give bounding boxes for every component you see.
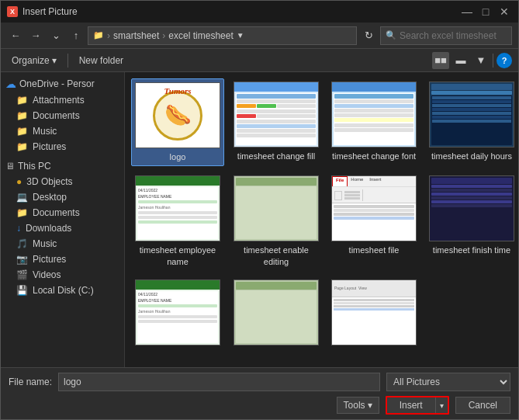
forward-button[interactable]: → — [27, 27, 44, 44]
sidebar-item-local-disk[interactable]: 💾 Local Disk (C:) — [1, 283, 124, 298]
file-item-bottom2[interactable] — [230, 276, 322, 352]
new-folder-button[interactable]: New folder — [74, 54, 128, 68]
logo-thumbnail: Tumors 🌭 — [135, 82, 220, 148]
bottom1-thumbnail: 04/11/2022 EMPLOYEE NAME Jameson Houliha… — [135, 279, 220, 345]
sidebar-item-attachments[interactable]: 📁 Attachments — [1, 92, 124, 108]
minimize-button[interactable]: — — [459, 4, 475, 19]
downloads-icon: ↓ — [16, 223, 21, 234]
title-bar-left: X Insert Picture — [7, 6, 78, 17]
file-item-ts-daily[interactable]: timesheet daily hours — [426, 78, 517, 166]
file-item-ts-file[interactable]: File Home Insert — [328, 172, 420, 270]
ts-body — [236, 93, 317, 145]
attachments-label: Attachments — [33, 95, 85, 106]
maximize-button[interactable]: □ — [478, 4, 493, 19]
b1-ename: EMPLOYEE NAME — [138, 298, 217, 303]
music-icon: 🎵 — [16, 238, 28, 249]
cancel-button[interactable]: Cancel — [455, 397, 510, 414]
fp-icon — [344, 197, 360, 200]
new-folder-label: New folder — [79, 55, 123, 66]
dialog-title: Insert Picture — [22, 6, 78, 17]
onedrive-section: ☁ OneDrive - Persor 📁 Attachments 📁 Docu… — [1, 75, 124, 154]
sidebar-item-documents-od[interactable]: 📁 Documents — [1, 108, 124, 123]
ts-emp-name-text: EMPLOYEE NAME — [138, 194, 217, 199]
ts-header-font — [334, 94, 413, 99]
back-button[interactable]: ← — [7, 27, 24, 44]
sidebar-item-music[interactable]: 🎵 Music — [1, 236, 124, 252]
view-dropdown-button[interactable]: ▼ — [472, 52, 490, 69]
sidebar-item-downloads[interactable]: ↓ Downloads — [1, 220, 124, 236]
breadcrumb-smartsheet[interactable]: smartsheet — [113, 30, 159, 41]
b3-view-label: View — [358, 286, 367, 290]
refresh-button[interactable]: ↻ — [360, 27, 377, 44]
cut-icon — [344, 191, 360, 193]
up-button[interactable]: ↑ — [67, 27, 85, 44]
ts-header-row — [237, 94, 316, 99]
address-bar: ← → ⌄ ↑ 📁 › smartsheet › excel timesheet… — [1, 23, 518, 49]
file-item-ts-change-fill[interactable]: timesheet change fill — [230, 78, 322, 166]
ts-daily-r6 — [432, 116, 511, 119]
ts-emp-r3 — [138, 216, 217, 219]
sidebar-item-desktop[interactable]: 💻 Desktop — [1, 189, 124, 205]
filename-input[interactable] — [58, 373, 380, 391]
sidebar: ☁ OneDrive - Persor 📁 Attachments 📁 Docu… — [1, 72, 125, 367]
ts-daily-h2 — [431, 91, 512, 95]
insert-dropdown-button[interactable]: ▾ — [436, 397, 448, 413]
folder-icon: 📁 — [16, 110, 28, 121]
b1-r1 — [138, 304, 217, 307]
insert-main-button[interactable]: Insert — [387, 397, 436, 413]
thispc-section: 🖥 This PC ● 3D Objects 💻 Desktop 📁 Docum… — [1, 156, 124, 298]
documents-od-label: Documents — [33, 110, 80, 121]
file-item-ts-change-font[interactable]: timesheet change font — [328, 78, 420, 166]
ts-row3 — [237, 120, 316, 123]
ribbon-insert-tab: Insert — [366, 176, 384, 186]
disk-icon: 💾 — [16, 285, 28, 296]
ts-file-label: timesheet file — [349, 245, 400, 255]
close-button[interactable]: ✕ — [497, 4, 512, 19]
thispc-label[interactable]: This PC — [18, 161, 51, 172]
local-disk-label: Local Disk (C:) — [33, 285, 94, 296]
ts-change-fill-label: timesheet change fill — [237, 151, 315, 161]
file-item-ts-enable[interactable]: timesheet enable editing — [230, 172, 322, 270]
b1-top — [136, 280, 220, 290]
music-od-label: Music — [33, 126, 57, 137]
sidebar-item-music-od[interactable]: 📁 Music — [1, 123, 124, 139]
onedrive-label[interactable]: OneDrive - Persor — [19, 78, 95, 89]
b3-r3 — [334, 305, 414, 307]
sidebar-item-pictures-od[interactable]: 📁 Pictures — [1, 139, 124, 154]
ts-daily-r3 — [432, 104, 511, 107]
folder-icon: 📁 — [16, 141, 28, 152]
tools-button[interactable]: Tools ▾ — [337, 397, 379, 414]
sidebar-item-3d-objects[interactable]: ● 3D Objects — [1, 174, 124, 189]
file-item-logo[interactable]: Tumors 🌭 logo — [131, 78, 224, 166]
sidebar-item-pictures[interactable]: 📷 Pictures — [1, 252, 124, 267]
recent-button[interactable]: ⌄ — [47, 27, 64, 44]
help-button[interactable]: ? — [497, 53, 512, 68]
view-large-icons-button[interactable]: ■■ — [432, 52, 449, 69]
ts-cell-gray2 — [257, 114, 316, 118]
documents-label: Documents — [33, 207, 80, 218]
view-details-button[interactable]: ▬ — [452, 52, 469, 69]
videos-icon: 🎬 — [16, 269, 28, 280]
ts-daily-r7 — [432, 120, 511, 123]
breadcrumb-excel-timesheet[interactable]: excel timesheet — [168, 30, 233, 41]
file-item-ts-finish[interactable]: timesheet finish time — [426, 172, 517, 270]
breadcrumb-sep1: › — [107, 30, 110, 41]
buttons-row: Tools ▾ Insert ▾ Cancel — [9, 396, 510, 415]
b1-sub: Jameson Houlihan — [138, 309, 217, 314]
file-item-bottom3[interactable]: Page Layout View — [328, 276, 420, 352]
sidebar-item-videos[interactable]: 🎬 Videos — [1, 267, 124, 283]
organize-button[interactable]: Organize ▾ — [7, 54, 61, 68]
folder-icon: 📁 — [16, 126, 28, 137]
breadcrumb[interactable]: 📁 › smartsheet › excel timesheet ▼ — [88, 26, 357, 45]
desktop-label: Desktop — [33, 192, 67, 203]
breadcrumb-dropdown-button[interactable]: ▼ — [237, 31, 244, 40]
file-item-ts-emp[interactable]: 04/11/2022 EMPLOYEE NAME Jameson Houliha… — [131, 172, 224, 270]
filetype-select[interactable]: All Pictures — [386, 373, 510, 391]
search-input[interactable] — [400, 30, 507, 41]
ts-change-fill-thumbnail — [234, 82, 319, 148]
sidebar-item-documents[interactable]: 📁 Documents — [1, 205, 124, 220]
b1-r3 — [138, 320, 217, 323]
pc-icon: 🖥 — [5, 161, 15, 172]
title-bar: X Insert Picture — □ ✕ — [1, 1, 518, 23]
file-item-bottom1[interactable]: 04/11/2022 EMPLOYEE NAME Jameson Houliha… — [131, 276, 224, 352]
